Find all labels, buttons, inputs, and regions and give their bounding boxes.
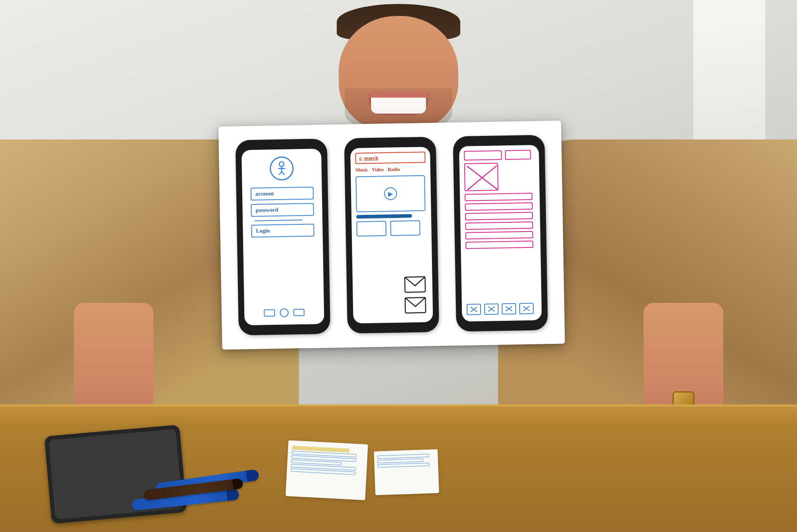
top-box-2 — [505, 150, 531, 160]
bottom-icon-4 — [519, 303, 534, 314]
video-player-box: ▶ — [355, 175, 426, 212]
left-hand — [74, 303, 153, 414]
phone1-bottom-nav — [264, 308, 304, 319]
right-hand — [644, 303, 723, 414]
svg-point-0 — [279, 162, 284, 167]
play-button[interactable]: ▶ — [384, 187, 397, 200]
content-box-2 — [390, 220, 420, 236]
bottom-icon-1 — [467, 304, 481, 315]
tab-music[interactable]: Music — [355, 167, 368, 173]
login-button[interactable]: Login — [251, 224, 314, 238]
phone1-screen: account password Login — [241, 149, 324, 325]
phone2-screen: ⌕ search Music Video Radio ▶ — [350, 147, 433, 323]
x-mark-icon — [465, 163, 499, 191]
password-field[interactable]: password — [251, 203, 314, 217]
list-row-5 — [465, 231, 533, 239]
x-icon-1 — [470, 306, 478, 312]
top-boxes — [464, 150, 534, 161]
x-icon-4 — [522, 305, 530, 312]
music-tabs: Music Video Radio — [355, 165, 426, 173]
nav-item-1 — [264, 309, 275, 316]
top-box-1 — [464, 150, 502, 161]
bottom-icon-2 — [484, 303, 499, 315]
reference-card-1 — [285, 440, 368, 500]
tab-video[interactable]: Video — [372, 167, 384, 173]
list-row-3 — [465, 212, 533, 220]
list-row-2 — [465, 202, 533, 211]
phone3-screen — [459, 145, 542, 322]
face — [339, 16, 458, 132]
underline-detail — [255, 220, 302, 221]
list-row-6 — [465, 241, 533, 249]
svg-line-3 — [279, 172, 282, 175]
nav-item-2 — [280, 308, 289, 317]
stick-figure-icon — [275, 161, 288, 176]
content-boxes-row — [356, 220, 427, 236]
progress-bar — [356, 214, 412, 218]
phone-wireframe-2: ⌕ search Music Video Radio ▶ — [344, 137, 440, 334]
scene-container: account password Login — [0, 0, 797, 532]
content-box-1 — [356, 221, 387, 236]
envelope-icon-1 — [404, 276, 426, 293]
list-row-1 — [465, 193, 532, 201]
phone-wireframe-3 — [453, 135, 548, 332]
upper-lip — [369, 91, 428, 98]
account-field[interactable]: account — [250, 186, 314, 200]
bottom-icon-3 — [502, 303, 516, 315]
tablet-device — [44, 425, 187, 524]
nav-item-3 — [293, 309, 304, 316]
bottom-icon-row — [467, 303, 537, 317]
search-bar[interactable]: ⌕ search — [355, 151, 425, 164]
list-rows — [465, 193, 536, 249]
tab-radio[interactable]: Radio — [388, 167, 400, 173]
reference-card-2 — [374, 449, 439, 495]
x-icon-2 — [487, 306, 495, 312]
desk-surface — [0, 404, 797, 532]
envelope-icons — [357, 276, 428, 318]
wireframe-paper: account password Login — [218, 121, 565, 350]
list-row-4 — [465, 222, 533, 230]
svg-line-4 — [282, 172, 285, 175]
envelope-icon-2 — [404, 297, 427, 314]
x-icon-3 — [505, 306, 513, 312]
teeth — [371, 98, 426, 114]
avatar-circle — [269, 156, 294, 181]
image-placeholder — [464, 163, 499, 191]
phone-wireframe-1: account password Login — [235, 139, 330, 336]
